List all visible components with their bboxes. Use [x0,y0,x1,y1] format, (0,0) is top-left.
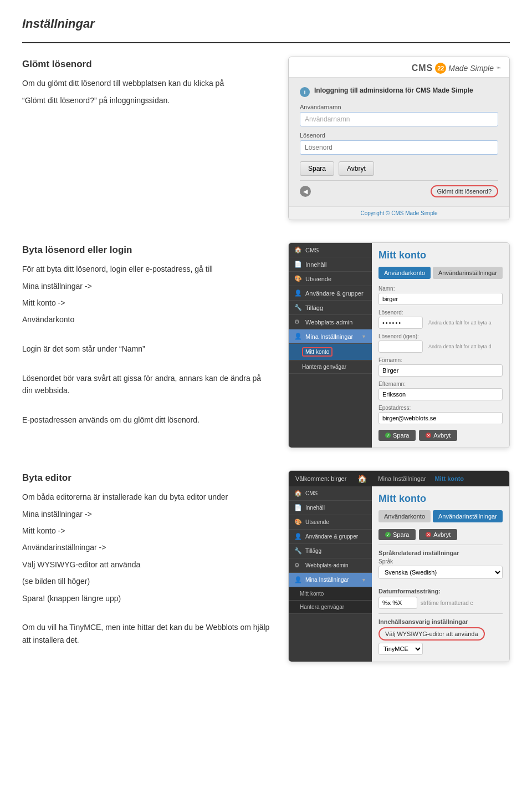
copyright-bar: Copyright © CMS Made Simple [289,206,509,220]
sidebar-item-webbplats[interactable]: ⚙ Webbplats-admin [289,315,372,329]
editor-sidebar-tillagg[interactable]: 🔧 Tillägg [289,544,372,558]
fornamn-label: Förnamn: [378,357,503,363]
cancel-button[interactable]: Avbryt [339,161,374,176]
welcome-text: Välkommen: birger [295,475,346,482]
editor-sidebar-genvagar[interactable]: Hantera genvägar [289,601,372,614]
sprak-group: Språk Svenska (Swedish) [378,558,503,583]
sidebar-item-mitt-konto[interactable]: Mitt konto [289,344,372,360]
sprak-section-title: Språkrelaterad inställningar [378,550,503,556]
save-button[interactable]: Spara [300,161,334,176]
content-icon: 📄 [294,261,302,268]
sidebar-item-mina[interactable]: 👤 Mina Inställningar ▼ [289,329,372,344]
cms-badge: 22 [435,63,446,74]
info-icon: i [300,87,310,97]
sprak-select[interactable]: Svenska (Swedish) [378,566,503,579]
editor-save-button[interactable]: ✓ Spara [378,529,416,540]
plugin-icon: 🔧 [294,547,302,555]
cms-link: CMS Made Simple [391,210,437,216]
cancel-button[interactable]: ✕ Avbryt [419,430,457,441]
sidebar-item-cms[interactable]: 🏠 CMS [289,243,372,257]
sprak-label: Språk [378,558,503,565]
sidebar-item-innehall[interactable]: 📄 Innehåll [289,257,372,272]
editor-sidebar-utseende[interactable]: 🎨 Utseende [289,515,372,530]
sidebar-item-tillagg[interactable]: 🔧 Tillägg [289,301,372,315]
editor-screenshot: Välkommen: birger 🏠 Mina Inställningar M… [288,470,510,662]
editor-sidebar-cms[interactable]: 🏠 CMS [289,486,372,501]
editor-sidebar-innehall[interactable]: 📄 Innehåll [289,501,372,515]
home-icon: 🏠 [294,490,302,497]
password-label: Lösenord [300,132,498,139]
editor-sidebar-mitt-konto[interactable]: Mitt konto [289,587,372,601]
sidebar-item-utseende[interactable]: 🎨 Utseende [289,272,372,286]
tab-användarkonto[interactable]: Användarkonto [378,267,431,279]
divider2 [378,613,503,614]
editor-tab-bar: Användarkonto Användarinställningar [378,510,503,522]
home-icon[interactable]: 🏠 [357,474,367,483]
namn-group: Namn: [378,286,503,305]
losenord-hint: Ändra detta fält för att byta a [428,320,492,326]
fornamn-input[interactable] [378,364,503,377]
section3-para4: Användarinställningar -> [22,541,272,553]
namn-input[interactable] [378,293,503,305]
datum-label: Datumformatssträng: [378,588,503,594]
design-icon: 🎨 [294,519,302,526]
editor-form-buttons: ✓ Spara ✕ Avbryt [378,529,503,540]
losenord-group: Lösenord: Ändra detta fält för att byta … [378,309,503,329]
user-icon: 👤 [294,333,302,340]
section1-para2: “Glömt ditt lösenord?” på inloggningssid… [22,94,272,106]
made-simple-text: Made Simple [448,64,494,73]
editor-title: Mitt konto [378,493,503,505]
losenord-label: Lösenord: [378,309,503,316]
users-icon: 👤 [294,533,302,540]
sidebar-item-genvagar[interactable]: Hantera genvägar [289,360,372,374]
editor-cancel-button[interactable]: ✕ Avbryt [419,529,457,540]
panel-title: Mitt konto [378,250,503,261]
efternamn-group: Efternamn: [378,381,503,400]
editor-sidebar-anvandare[interactable]: 👤 Användare & grupper [289,530,372,544]
section-glömt-lösenord: Glömt lösenord Om du glömt ditt lösenord… [22,57,510,220]
section2-para7: E-postadressen används om du glömt ditt … [22,414,272,426]
forgot-link[interactable]: Glömt ditt lösenord? [431,185,498,197]
section2-para1: För att byta ditt lösenord, login eller … [22,263,272,275]
epost-input[interactable] [378,412,503,424]
section3-para5: Välj WYSIWYG-editor att använda [22,558,272,571]
topbar-nav: Mina Inställningar Mitt konto [378,475,464,482]
login-screenshot: CMS 22 Made Simple ™ i Inloggning till a… [288,57,510,220]
tab-användarinställningar[interactable]: Användarinställningar [433,267,503,279]
section1-title: Glömt lösenord [22,57,272,72]
losenord-input[interactable] [378,317,423,329]
section2-para5: Login är det som står under “Namn” [22,343,272,355]
password-field-group: Lösenord [300,132,498,155]
cms-logo: CMS 22 Made Simple ™ [412,63,500,74]
settings-icon: ⚙ [294,318,302,326]
datum-hint: strftime formatterad c [421,600,473,606]
section3-para8: Om du vill ha TinyMCE, men inte hittar d… [22,621,272,646]
efternamn-label: Efternamn: [378,381,503,387]
wysiwyg-label: Välj WYSIWYG-editor att använda [378,627,485,641]
save-button[interactable]: ✓ Spara [378,430,416,441]
section3-title: Byta editor [22,470,272,485]
editor-sidebar-mina[interactable]: 👤 Mina Inställningar ▼ [289,573,372,587]
tab-bar: Användarkonto Användarinställningar [378,267,503,279]
topbar-mitt[interactable]: Mitt konto [435,475,464,482]
editor-sidebar-webbplats[interactable]: ⚙ Webbplats-admin [289,558,372,573]
editor-tab-användarkonto[interactable]: Användarkonto [378,510,431,522]
losenord-igen-input[interactable] [378,341,423,353]
topbar-mina[interactable]: Mina Inställningar [378,475,426,482]
epost-group: Epostadress: [378,405,503,424]
login-info-text: Inloggning till adminsidorna för CMS Mad… [314,87,473,94]
back-arrow-icon[interactable]: ◀ [300,186,311,197]
form-buttons: ✓ Spara ✕ Avbryt [378,430,503,441]
editor-body: 🏠 CMS 📄 Innehåll 🎨 Utseende 👤 [289,486,509,662]
password-input[interactable] [300,140,498,155]
username-input[interactable] [300,112,498,126]
efternamn-input[interactable] [378,388,503,400]
login-dialog: CMS 22 Made Simple ™ i Inloggning till a… [288,57,510,220]
wysiwyg-select[interactable]: TinyMCE [378,643,423,655]
mitt-konto-screenshot: 🏠 CMS 📄 Innehåll 🎨 Utseende 👤 [288,242,510,448]
losenord-igen-label: Lösenord (igen): [378,333,503,339]
section3-para7: Spara! (knappen längre upp) [22,592,272,604]
sidebar-item-anvandare[interactable]: 👤 Användare & grupper [289,286,372,301]
datum-input[interactable] [378,597,417,609]
editor-tab-användarinst[interactable]: Användarinställningar [433,510,503,522]
